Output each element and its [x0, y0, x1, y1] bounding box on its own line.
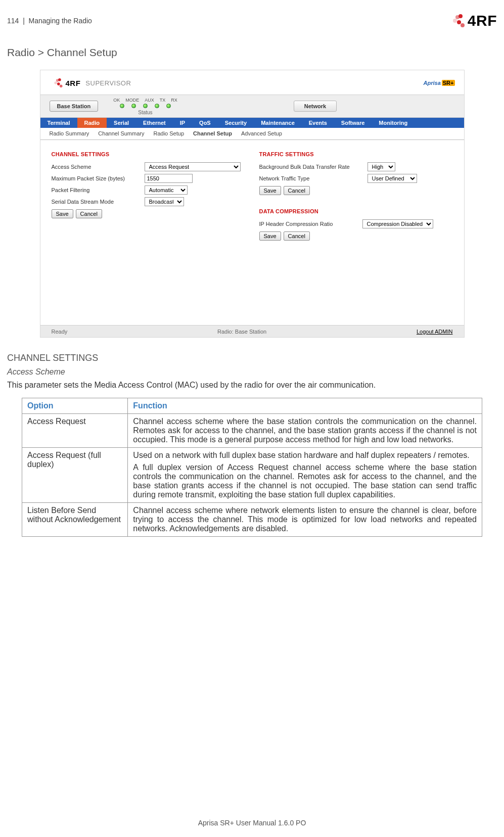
tab-maintenance[interactable]: Maintenance [254, 118, 302, 128]
led-label-rx: RX [171, 98, 177, 103]
save-button[interactable]: Save [259, 186, 281, 195]
sub-tabs: Radio Summary Channel Summary Radio Setu… [40, 128, 464, 140]
tab-events[interactable]: Events [302, 118, 334, 128]
bg-rate-select[interactable]: High [368, 162, 395, 171]
led-label-tx: TX [160, 98, 166, 103]
data-compression-title: DATA COMPRESSION [259, 208, 453, 214]
th-function: Function [128, 398, 482, 414]
cancel-button[interactable]: Cancel [76, 209, 102, 218]
network-button[interactable]: Network [294, 101, 337, 112]
access-scheme-select[interactable]: Access Request [145, 162, 241, 171]
supervisor-brand: 4RF SUPERVISOR [50, 75, 131, 90]
page-footer: Aprisa SR+ User Manual 1.6.0 PO [0, 819, 504, 827]
header-left: 114 | Managing the Radio [7, 17, 92, 25]
panel-channel-settings: CHANNEL SETTINGS Access Scheme Access Re… [52, 149, 245, 241]
opt-name: Access Request [22, 414, 128, 448]
led-labels: OK MODE AUX TX RX [113, 98, 177, 103]
subtab-radio-summary[interactable]: Radio Summary [50, 130, 89, 136]
opt-func: Channel access scheme where network elem… [128, 503, 482, 537]
led-tx-icon [155, 104, 159, 108]
led-label-aux: AUX [145, 98, 154, 103]
th-option: Option [22, 398, 128, 414]
save-button[interactable]: Save [259, 231, 281, 241]
header-section: Managing the Radio [29, 17, 92, 25]
access-scheme-label: Access Scheme [52, 164, 138, 170]
header-sep: | [21, 17, 28, 25]
logo-dots-icon [449, 13, 465, 28]
page-header: 114 | Managing the Radio 4RF [7, 12, 497, 29]
serial-mode-select[interactable]: Broadcast [145, 197, 184, 206]
table-row: Listen Before Send without Acknowledgeme… [22, 503, 482, 537]
traffic-settings-title: TRAFFIC SETTINGS [259, 151, 453, 157]
net-type-label: Network Traffic Type [259, 175, 360, 181]
main-tabs: Terminal Radio Serial Ethernet IP QoS Se… [40, 118, 464, 128]
logout-link[interactable]: Logout ADMIN [417, 329, 453, 335]
tab-serial[interactable]: Serial [107, 118, 136, 128]
max-packet-input[interactable] [145, 174, 193, 183]
brand-logo: 4RF [449, 12, 497, 29]
packet-filtering-select[interactable]: Automatic [145, 185, 188, 195]
aprisa-logo: AprisaSR+ [424, 80, 455, 86]
tab-ip[interactable]: IP [173, 118, 192, 128]
status-leds: OK MODE AUX TX RX Status [113, 98, 177, 115]
footer-ready: Ready [52, 329, 68, 335]
supervisor-top-bar: 4RF SUPERVISOR AprisaSR+ [40, 70, 464, 95]
tab-radio[interactable]: Radio [77, 118, 107, 128]
packet-filtering-label: Packet Filtering [52, 187, 138, 193]
led-aux-icon [143, 104, 148, 108]
panel-right: TRAFFIC SETTINGS Background Bulk Data Tr… [259, 149, 453, 241]
logo-dots-icon [52, 78, 62, 88]
led-rx-icon [166, 104, 171, 108]
channel-settings-title: CHANNEL SETTINGS [52, 151, 245, 157]
supervisor-footer: Ready Radio: Base Station Logout ADMIN [40, 325, 464, 337]
footer-radio: Radio: Base Station [217, 329, 266, 335]
page-number: 114 [7, 17, 19, 25]
subtab-channel-summary[interactable]: Channel Summary [98, 130, 144, 136]
tab-monitoring[interactable]: Monitoring [372, 118, 415, 128]
table-row: Access Request (full duplex) Used on a n… [22, 448, 482, 503]
net-type-select[interactable]: User Defined [368, 174, 417, 183]
options-table: Option Function Access Request Channel a… [22, 398, 482, 537]
tab-ethernet[interactable]: Ethernet [136, 118, 173, 128]
opt-name: Access Request (full duplex) [22, 448, 128, 503]
max-packet-label: Maximum Packet Size (bytes) [52, 175, 138, 181]
tab-terminal[interactable]: Terminal [40, 118, 77, 128]
subtab-advanced-setup[interactable]: Advanced Setup [241, 130, 282, 136]
cancel-button[interactable]: Cancel [284, 231, 310, 241]
ip-hdr-label: IP Header Compression Ratio [259, 221, 355, 227]
led-mode-icon [131, 104, 136, 108]
status-text: Status [138, 110, 152, 115]
status-row: Base Station OK MODE AUX TX RX Status [40, 95, 464, 118]
led-label-mode: MODE [125, 98, 139, 103]
subtab-radio-setup[interactable]: Radio Setup [153, 130, 184, 136]
tab-software[interactable]: Software [334, 118, 372, 128]
opt-func: Channel access scheme where the base sta… [128, 414, 482, 448]
tab-security[interactable]: Security [218, 118, 254, 128]
supervisor-title: SUPERVISOR [85, 79, 131, 87]
table-row: Access Request Channel access scheme whe… [22, 414, 482, 448]
bg-rate-label: Background Bulk Data Transfer Rate [259, 164, 360, 170]
panel-area: CHANNEL SETTINGS Access Scheme Access Re… [40, 140, 464, 250]
led-label-ok: OK [113, 98, 120, 103]
save-button[interactable]: Save [52, 209, 73, 218]
ip-hdr-select[interactable]: Compression Disabled [362, 219, 433, 228]
brand-text: 4RF [468, 12, 497, 29]
channel-settings-heading: CHANNEL SETTINGS [7, 353, 497, 363]
led-row [120, 104, 171, 108]
page-title: Radio > Channel Setup [7, 46, 497, 59]
base-station-button[interactable]: Base Station [50, 101, 99, 112]
tab-qos[interactable]: QoS [192, 118, 218, 128]
led-ok-icon [120, 104, 124, 108]
access-scheme-heading: Access Scheme [7, 367, 497, 377]
cancel-button[interactable]: Cancel [284, 186, 310, 195]
subtab-channel-setup[interactable]: Channel Setup [193, 130, 232, 136]
supervisor-screenshot: 4RF SUPERVISOR AprisaSR+ Base Station OK… [40, 70, 465, 338]
intro-text: This parameter sets the Media Access Con… [7, 381, 497, 390]
serial-mode-label: Serial Data Stream Mode [52, 199, 138, 205]
opt-name: Listen Before Send without Acknowledgeme… [22, 503, 128, 537]
opt-func: Used on a network with full duplex base … [128, 448, 482, 503]
